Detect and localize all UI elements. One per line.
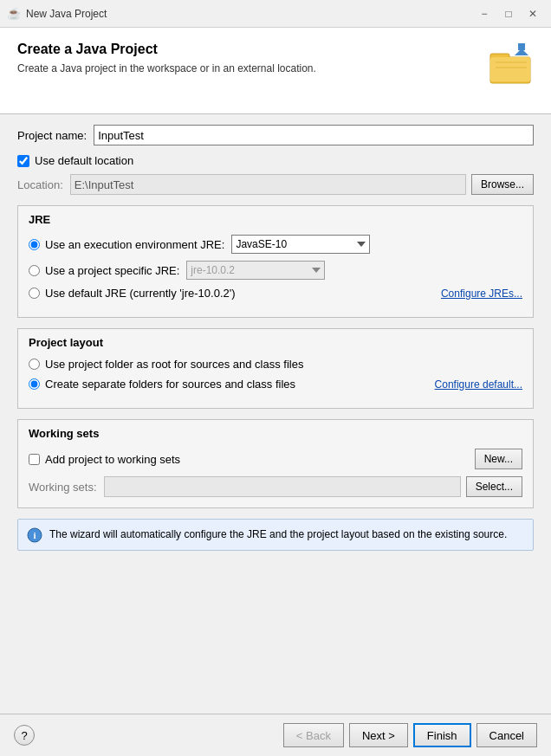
jre-specific-select[interactable]: jre-10.0.2 jre-11 [186,261,325,280]
cancel-button[interactable]: Cancel [476,723,537,747]
select-working-set-button[interactable]: Select... [466,476,522,497]
info-text: The wizard will automatically configure … [49,527,507,542]
default-location-row: Use default location [17,154,534,167]
working-sets-title: Working sets [29,427,522,440]
jre-environment-select[interactable]: JavaSE-10 JavaSE-11 JavaSE-8 [231,235,370,254]
layout-section-title: Project layout [29,336,522,349]
configure-default-link[interactable]: Configure default... [435,378,522,391]
use-default-location-label[interactable]: Use default location [35,154,133,167]
project-name-input[interactable] [94,125,534,145]
working-sets-add-row: Add project to working sets New... [29,449,522,469]
close-button[interactable]: ✕ [522,4,544,23]
svg-text:i: i [33,530,36,540]
configure-jres-link[interactable]: Configure JREs... [441,288,522,300]
layout-option1-label[interactable]: Use project folder as root for sources a… [45,358,303,371]
layout-option1-row: Use project folder as root for sources a… [29,358,522,371]
next-button[interactable]: Next > [349,723,408,747]
working-sets-input-row: Working sets: Select... [29,476,522,497]
location-label: Location: [17,178,63,191]
jre-option2-radio[interactable] [29,265,40,276]
help-button[interactable]: ? [14,725,35,746]
browse-button[interactable]: Browse... [471,174,534,195]
layout-option2-radio[interactable] [29,378,40,390]
working-sets-label: Working sets: [29,481,97,494]
layout-option2-label[interactable]: Create separate folders for sources and … [45,378,295,391]
dialog: Create a Java Project Create a Java proj… [0,28,551,756]
jre-option3-label[interactable]: Use default JRE (currently 'jre-10.0.2') [45,287,236,300]
jre-option3-radio[interactable] [29,288,40,299]
info-box: i The wizard will automatically configur… [17,519,534,551]
dialog-body: Project name: Use default location Locat… [0,114,551,714]
layout-option2-row: Create separate folders for sources and … [29,378,522,391]
layout-section: Project layout Use project folder as roo… [17,328,534,409]
project-name-label: Project name: [17,129,87,142]
back-button[interactable]: < Back [283,723,344,747]
add-working-sets-checkbox[interactable] [29,454,40,465]
jre-option1-label[interactable]: Use an execution environment JRE: [45,238,224,251]
jre-option1-radio[interactable] [29,239,40,250]
jre-option3-row: Use default JRE (currently 'jre-10.0.2')… [29,287,522,300]
layout-option1-radio[interactable] [29,359,40,370]
new-working-set-button[interactable]: New... [475,449,522,469]
title-bar: ☕ New Java Project − □ ✕ [0,0,551,28]
window-controls: − □ ✕ [473,4,544,23]
working-sets-section: Working sets Add project to working sets… [17,419,534,508]
add-working-sets-label[interactable]: Add project to working sets [45,453,180,466]
use-default-location-checkbox[interactable] [17,155,29,167]
jre-option2-row: Use a project specific JRE: jre-10.0.2 j… [29,261,522,280]
svg-rect-2 [490,57,530,81]
window-title: New Java Project [26,8,107,20]
working-sets-input[interactable] [104,476,461,497]
info-icon: i [27,527,42,543]
location-input[interactable] [70,174,466,195]
jre-option2-label[interactable]: Use a project specific JRE: [45,264,179,277]
maximize-button[interactable]: □ [497,4,520,23]
jre-option1-row: Use an execution environment JRE: JavaSE… [29,235,522,254]
dialog-footer: ? < Back Next > Finish Cancel [0,714,551,756]
dialog-title: Create a Java Project [17,42,316,57]
header-text: Create a Java Project Create a Java proj… [17,42,316,74]
dialog-description: Create a Java project in the workspace o… [17,62,316,74]
svg-rect-6 [518,43,525,50]
header-icon [489,42,534,87]
jre-section: JRE Use an execution environment JRE: Ja… [17,205,534,318]
dialog-header: Create a Java Project Create a Java proj… [0,28,551,114]
project-name-row: Project name: [17,125,534,145]
finish-button[interactable]: Finish [413,723,471,747]
minimize-button[interactable]: − [473,4,496,23]
location-row: Location: Browse... [17,174,534,195]
jre-section-title: JRE [29,213,522,226]
window-icon: ☕ [7,7,21,21]
